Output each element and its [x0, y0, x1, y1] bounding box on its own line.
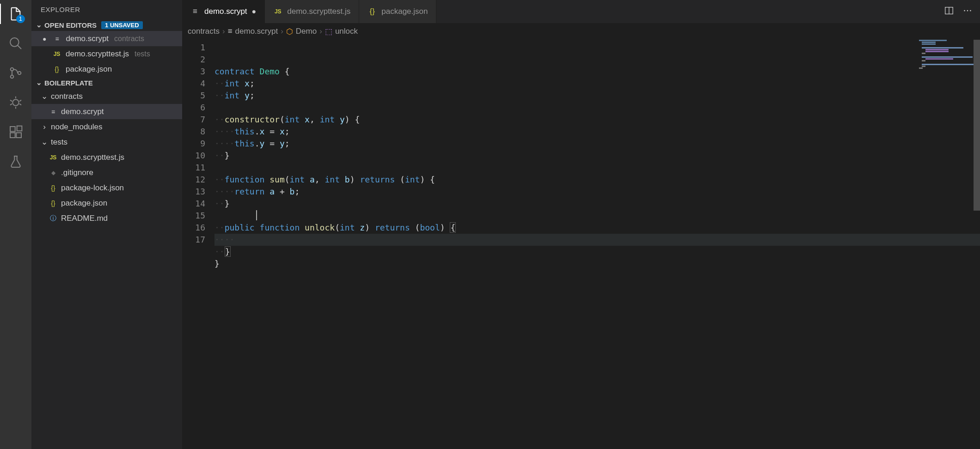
file-name: demo.scrypt: [61, 107, 104, 116]
breadcrumb-folder[interactable]: contracts: [188, 27, 220, 36]
file-name: package.json: [66, 65, 112, 74]
file-icon: ≡: [228, 27, 233, 36]
svg-line-1: [18, 45, 21, 49]
file-name: demo.scrypttest.js: [61, 153, 124, 162]
class-icon: ⬡: [286, 27, 293, 36]
svg-point-18: [964, 10, 965, 12]
more-actions-icon[interactable]: [962, 6, 973, 18]
diamond-icon: ◆: [48, 168, 58, 178]
svg-point-0: [10, 38, 19, 47]
folder-label: tests: [51, 138, 67, 147]
code-content[interactable]: contract Demo {··int x;··int y; ··constr…: [214, 40, 980, 449]
svg-point-4: [18, 72, 21, 75]
svg-line-11: [19, 104, 21, 105]
file-demo-test[interactable]: JS demo.scrypttest.js: [31, 150, 182, 165]
chevron-right-icon: ›: [319, 27, 322, 36]
svg-point-3: [11, 75, 14, 79]
tab-demo-test[interactable]: JS demo.scrypttest.js: [265, 0, 359, 23]
split-editor-icon[interactable]: [944, 6, 954, 18]
file-icon: ≡: [48, 107, 58, 117]
file-name: README.md: [61, 214, 108, 223]
js-icon: JS: [273, 7, 282, 16]
info-icon: ⓘ: [48, 213, 58, 224]
open-editor-item[interactable]: JS demo.scrypttest.js tests: [31, 46, 182, 61]
svg-point-20: [970, 10, 971, 12]
file-name: demo.scrypt: [66, 34, 109, 43]
svg-line-9: [19, 100, 21, 102]
folder-tests[interactable]: ⌄ tests: [31, 134, 182, 150]
file-name: package.json: [61, 199, 107, 208]
tab-actions: [937, 0, 980, 23]
file-readme[interactable]: ⓘ README.md: [31, 211, 182, 226]
svg-rect-14: [16, 133, 21, 138]
file-name: demo.scrypttest.js: [66, 49, 129, 59]
file-name: package-lock.json: [61, 183, 124, 193]
breadcrumb-file[interactable]: demo.scrypt: [235, 27, 278, 36]
breadcrumb-class[interactable]: Demo: [296, 27, 317, 36]
project-header[interactable]: ⌄ BOILERPLATE: [31, 77, 182, 89]
json-icon: {}: [368, 7, 377, 16]
file-hint: contracts: [114, 35, 144, 43]
chevron-down-icon: ⌄: [41, 91, 48, 101]
tab-label: package.json: [381, 7, 428, 16]
flask-icon[interactable]: [7, 153, 24, 170]
open-editors-header[interactable]: ⌄ OPEN EDITORS 1 UNSAVED: [31, 19, 182, 31]
folder-label: node_modules: [51, 122, 103, 132]
file-demo-scrypt[interactable]: ≡ demo.scrypt: [31, 104, 182, 119]
chevron-right-icon: ›: [41, 122, 48, 132]
file-package-lock[interactable]: {} package-lock.json: [31, 180, 182, 195]
folder-contracts[interactable]: ⌄ contracts: [31, 89, 182, 104]
extensions-icon[interactable]: [7, 124, 24, 140]
json-icon: {}: [48, 198, 58, 208]
project-label: BOILERPLATE: [44, 79, 93, 87]
js-icon: JS: [48, 152, 58, 163]
tab-demo-scrypt[interactable]: ≡ demo.scrypt ●: [182, 0, 265, 23]
text-cursor: [256, 210, 257, 220]
chevron-right-icon: ›: [222, 27, 225, 36]
editor[interactable]: 1234567891011121314151617 contract Demo …: [182, 40, 980, 449]
method-icon: ⬚: [325, 27, 332, 36]
tab-label: demo.scrypttest.js: [287, 7, 350, 16]
sidebar: EXPLORER ⌄ OPEN EDITORS 1 UNSAVED ≡ demo…: [31, 0, 182, 449]
breadcrumbs[interactable]: contracts › ≡ demo.scrypt › ⬡ Demo › ⬚ u…: [182, 23, 980, 40]
dirty-indicator: ●: [252, 7, 257, 16]
folder-node-modules[interactable]: › node_modules: [31, 119, 182, 134]
file-icon: ≡: [52, 34, 62, 44]
folder-label: contracts: [51, 92, 83, 101]
json-icon: {}: [52, 64, 62, 74]
chevron-down-icon: ⌄: [41, 137, 48, 147]
main-area: ≡ demo.scrypt ● JS demo.scrypttest.js {}…: [182, 0, 980, 449]
file-name: .gitignore: [61, 168, 93, 177]
source-control-icon[interactable]: [7, 65, 24, 81]
open-editor-item[interactable]: {} package.json: [31, 61, 182, 77]
svg-rect-12: [10, 127, 15, 132]
open-editor-item[interactable]: ≡ demo.scrypt contracts: [31, 31, 182, 46]
chevron-down-icon: ⌄: [35, 79, 43, 87]
tab-label: demo.scrypt: [204, 7, 247, 16]
file-icon: ≡: [190, 7, 200, 16]
file-hint: tests: [135, 50, 150, 58]
vertical-scrollbar[interactable]: [974, 40, 980, 211]
open-editors-label: OPEN EDITORS: [44, 21, 97, 29]
svg-point-2: [11, 68, 14, 71]
svg-point-19: [967, 10, 968, 12]
svg-line-8: [10, 100, 12, 102]
json-icon: {}: [48, 183, 58, 193]
sidebar-title: EXPLORER: [31, 0, 182, 19]
js-icon: JS: [52, 49, 62, 59]
explorer-icon[interactable]: 1: [7, 6, 24, 22]
breadcrumb-method[interactable]: unlock: [335, 27, 358, 36]
svg-point-5: [12, 99, 18, 105]
search-icon[interactable]: [7, 35, 24, 52]
file-gitignore[interactable]: ◆ .gitignore: [31, 165, 182, 180]
file-package-json[interactable]: {} package.json: [31, 195, 182, 211]
svg-line-10: [10, 104, 12, 105]
minimap[interactable]: [915, 40, 980, 95]
line-gutter: 1234567891011121314151617: [182, 40, 214, 449]
chevron-down-icon: ⌄: [35, 21, 43, 29]
unsaved-badge: 1 UNSAVED: [101, 21, 142, 29]
tab-package-json[interactable]: {} package.json: [359, 0, 436, 23]
explorer-badge: 1: [16, 15, 25, 23]
tab-bar: ≡ demo.scrypt ● JS demo.scrypttest.js {}…: [182, 0, 980, 23]
debug-icon[interactable]: [7, 94, 24, 111]
